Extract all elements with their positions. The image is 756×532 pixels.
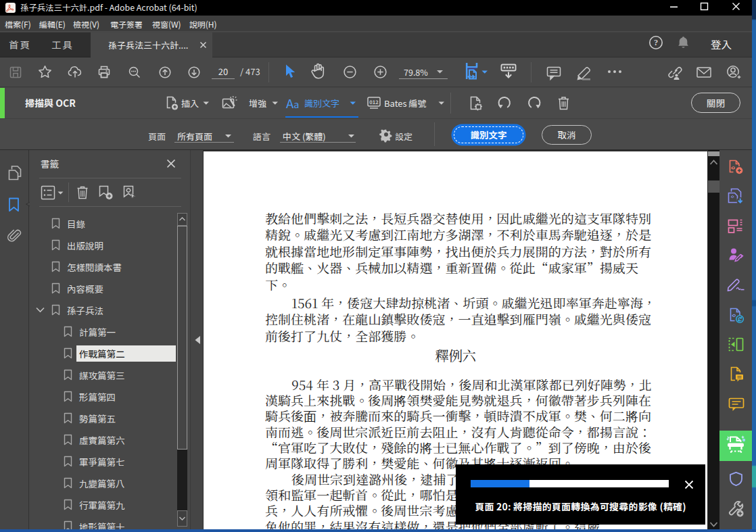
svg-text:?: ? [654,35,658,48]
svg-text:012: 012 [369,98,379,105]
